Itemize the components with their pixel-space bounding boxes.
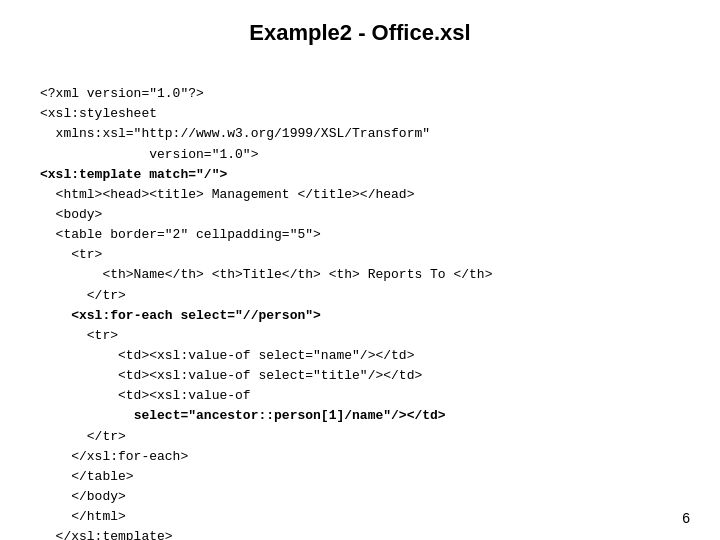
page-container: Example2 - Office.xsl <?xml version="1.0…: [0, 0, 720, 540]
code-line-11: </tr>: [40, 288, 126, 303]
code-line-18: </tr>: [40, 429, 126, 444]
code-line-16: <td><xsl:value-of: [40, 388, 251, 403]
code-line-19: </xsl:for-each>: [40, 449, 188, 464]
code-line-21: </body>: [40, 489, 126, 504]
code-line-10: <th>Name</th> <th>Title</th> <th> Report…: [40, 267, 492, 282]
code-line-13: <tr>: [40, 328, 118, 343]
code-line-6: <html><head><title> Management </title><…: [40, 187, 414, 202]
code-line-9: <tr>: [40, 247, 102, 262]
code-line-15: <td><xsl:value-of select="title"/></td>: [40, 368, 422, 383]
code-line-3: xmlns:xsl="http://www.w3.org/1999/XSL/Tr…: [40, 126, 430, 141]
code-line-8: <table border="2" cellpadding="5">: [40, 227, 321, 242]
code-line-14: <td><xsl:value-of select="name"/></td>: [40, 348, 414, 363]
page-title: Example2 - Office.xsl: [40, 20, 680, 46]
code-line-4: version="1.0">: [40, 147, 258, 162]
code-line-1: <?xml version="1.0"?>: [40, 86, 204, 101]
code-line-22: </html>: [40, 509, 126, 524]
code-line-23: </xsl:template>: [40, 529, 173, 540]
code-line-12: <xsl:for-each select="//person">: [40, 308, 321, 323]
code-line-17: select="ancestor::person[1]/name"/></td>: [40, 408, 446, 423]
code-line-7: <body>: [40, 207, 102, 222]
code-line-2: <xsl:stylesheet: [40, 106, 157, 121]
code-line-5: <xsl:template match="/">: [40, 167, 227, 182]
code-line-20: </table>: [40, 469, 134, 484]
code-block: <?xml version="1.0"?> <xsl:stylesheet xm…: [40, 64, 680, 540]
page-number: 6: [682, 510, 690, 526]
